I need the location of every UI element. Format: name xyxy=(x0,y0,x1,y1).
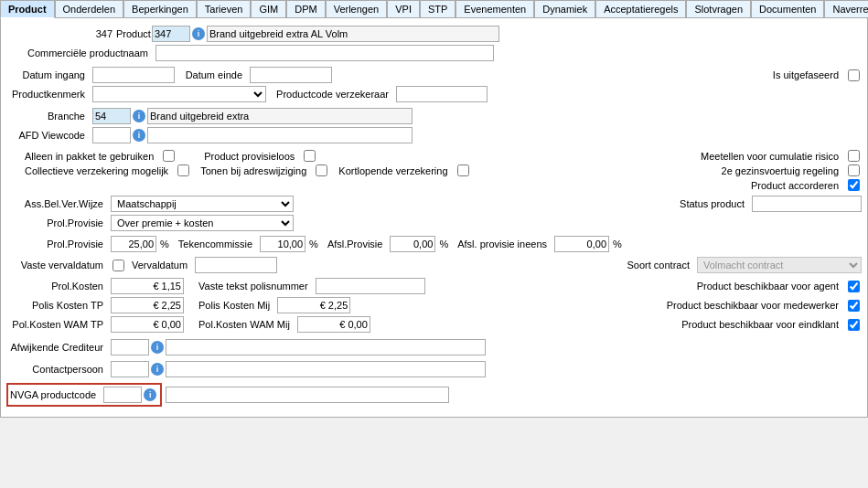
soort-contract-select[interactable]: Volmacht contract xyxy=(697,257,862,273)
afsl-provisie-ineens-input[interactable] xyxy=(554,236,609,252)
datum-einde-input[interactable] xyxy=(250,67,332,83)
polis-kosten-mij-label: Polis Kosten Mij xyxy=(198,300,273,311)
tab-evenementen[interactable]: Evenementen xyxy=(455,0,534,17)
datum-ingang-label: Datum ingang xyxy=(6,69,89,80)
product-id-input[interactable] xyxy=(152,26,190,42)
datum-ingang-input[interactable] xyxy=(92,67,175,83)
product-provisieloos-checkbox[interactable] xyxy=(304,150,316,162)
tab-acceptatieregels[interactable]: Acceptatieregels xyxy=(595,0,686,17)
commerciele-naam-row: Commerciële productnaam xyxy=(6,45,862,61)
branche-label: Branche xyxy=(6,111,89,122)
product-provisieloos-label: Product provisieloos xyxy=(204,151,298,162)
tab-naverrekenen[interactable]: Naverrekenen xyxy=(824,0,868,17)
tab-dpm[interactable]: DPM xyxy=(286,0,325,17)
pol-kosten-wam-tp-input[interactable] xyxy=(111,316,184,333)
teken-commissie-pct-symbol: % xyxy=(309,239,318,249)
prol-kosten-row: Prol.Kosten Vaste tekst polisnummer Prod… xyxy=(6,278,862,294)
productkenmerk-select[interactable] xyxy=(92,86,266,102)
afd-viewcode-input[interactable] xyxy=(92,127,131,143)
commerciele-naam-label: Commerciële productnaam xyxy=(6,48,152,58)
prol-provisie-select-label: Prol.Provisie xyxy=(6,217,107,228)
contactpersoon-label: Contactpersoon xyxy=(6,364,107,375)
is-uitgefaseerd-checkbox[interactable] xyxy=(848,69,860,81)
product-id-field: i xyxy=(152,26,499,42)
afd-viewcode-info-icon[interactable]: i xyxy=(133,129,145,142)
contactpersoon-info-icon[interactable]: i xyxy=(151,363,164,376)
contactpersoon-name-input[interactable] xyxy=(166,361,486,377)
contactpersoon-id-input[interactable] xyxy=(111,361,149,377)
teken-commissie-input[interactable] xyxy=(260,236,305,252)
prol-kosten-input[interactable] xyxy=(111,278,184,294)
tab-beperkingen[interactable]: Beperkingen xyxy=(123,0,197,17)
vervaldatum-label: Vervaldatum xyxy=(132,260,191,271)
afd-viewcode-name-input[interactable] xyxy=(147,127,413,143)
branche-info-icon[interactable]: i xyxy=(133,110,145,122)
productcode-verzekeraar-input[interactable] xyxy=(396,86,488,102)
productkenmerk-label: Productkenmerk xyxy=(6,89,89,100)
pol-kosten-wam-tp-label: Pol.Kosten WAM TP xyxy=(6,319,107,330)
kortlopende-checkbox[interactable] xyxy=(457,164,469,176)
nav-tabs: Product Onderdelen Beperkingen Tarieven … xyxy=(0,0,868,18)
alleen-pakket-label: Alleen in pakket te gebruiken xyxy=(25,151,157,162)
pol-kosten-wam-mij-input[interactable] xyxy=(297,316,370,333)
branche-id-input[interactable] xyxy=(92,108,131,124)
ass-bel-label: Ass.Bel.Ver.Wijze xyxy=(6,198,107,209)
beschikbaar-eindklant-label: Product beschikbaar voor eindklant xyxy=(681,319,842,330)
checkbox-row2: Collectieve verzekering mogelijk Tonen b… xyxy=(6,164,862,176)
tab-stp[interactable]: STP xyxy=(420,0,455,17)
afd-viewcode-label: AFD Viewcode xyxy=(6,130,89,141)
afsl-provisie-input[interactable] xyxy=(390,236,435,252)
polis-kosten-tp-input[interactable] xyxy=(111,297,184,313)
datum-einde-label: Datum einde xyxy=(182,69,246,80)
beschikbaar-agent-checkbox[interactable] xyxy=(848,281,860,292)
collectieve-checkbox[interactable] xyxy=(177,164,189,176)
prol-provisie-pct-input[interactable] xyxy=(111,236,156,252)
vaste-vervaldatum-checkbox[interactable] xyxy=(113,260,124,271)
tab-gim[interactable]: GIM xyxy=(251,0,286,17)
tonen-checkbox[interactable] xyxy=(316,164,327,176)
nvga-info-icon[interactable]: i xyxy=(144,388,156,401)
tab-onderdelen[interactable]: Onderdelen xyxy=(55,0,124,17)
afwijkende-crediteur-info-icon[interactable]: i xyxy=(151,341,164,354)
is-uitgefaseerd-label: Is uitgefaseerd xyxy=(773,69,842,80)
tab-documenten[interactable]: Documenten xyxy=(751,0,824,17)
afsl-provisie-pct-symbol: % xyxy=(439,239,448,249)
nvga-extra-input[interactable] xyxy=(166,387,449,403)
meetellen-checkbox[interactable] xyxy=(848,150,860,162)
afwijkende-crediteur-label: Afwijkende Crediteur xyxy=(6,342,107,353)
vaste-vervaldatum-row: Vaste vervaldatum Vervaldatum Soort cont… xyxy=(6,257,862,273)
tab-tarieven[interactable]: Tarieven xyxy=(197,0,252,17)
vaste-tekst-input[interactable] xyxy=(316,278,425,294)
product-accorderen-checkbox[interactable] xyxy=(848,179,860,191)
contactpersoon-row: Contactpersoon i xyxy=(6,361,862,377)
tab-vpi[interactable]: VPI xyxy=(387,0,420,17)
nvga-label: NVGA productcode xyxy=(10,389,100,400)
checkbox-row1: Alleen in pakket te gebruiken Product pr… xyxy=(6,150,862,162)
vervaldatum-input[interactable] xyxy=(195,257,277,273)
polis-kosten-mij-input[interactable] xyxy=(277,297,350,313)
commerciele-naam-input[interactable] xyxy=(155,45,494,61)
beschikbaar-medewerker-label: Product beschikbaar voor medewerker xyxy=(667,300,842,311)
tab-dynamiek[interactable]: Dynamiek xyxy=(534,0,595,17)
beschikbaar-medewerker-checkbox[interactable] xyxy=(848,300,860,312)
status-product-input[interactable] xyxy=(752,196,862,212)
afwijkende-crediteur-name-input[interactable] xyxy=(166,339,486,355)
tab-slotvragen[interactable]: Slotvragen xyxy=(686,0,751,17)
ass-bel-select[interactable]: Maatschappij xyxy=(111,196,294,212)
product-accorderen-label: Product accorderen xyxy=(751,180,842,191)
product-name-input[interactable] xyxy=(207,26,499,42)
tab-product[interactable]: Product xyxy=(0,0,55,18)
beschikbaar-eindklant-checkbox[interactable] xyxy=(848,319,860,331)
productkenmerk-row: Productkenmerk Productcode verzekeraar xyxy=(6,86,862,102)
product-info-icon[interactable]: i xyxy=(192,27,205,40)
product-label: 347 xyxy=(6,28,116,39)
alleen-pakket-checkbox[interactable] xyxy=(163,150,175,162)
afwijkende-crediteur-id-input[interactable] xyxy=(111,339,149,355)
prol-provisie-select[interactable]: Over premie + kosten xyxy=(111,215,294,231)
branche-name-input[interactable] xyxy=(147,108,413,124)
nvga-id-input[interactable] xyxy=(103,387,142,403)
tweede-gezin-checkbox[interactable] xyxy=(848,164,860,176)
afwijkende-crediteur-row: Afwijkende Crediteur i xyxy=(6,339,862,355)
soort-contract-label: Soort contract xyxy=(627,260,693,271)
tab-verlengen[interactable]: Verlengen xyxy=(326,0,388,17)
